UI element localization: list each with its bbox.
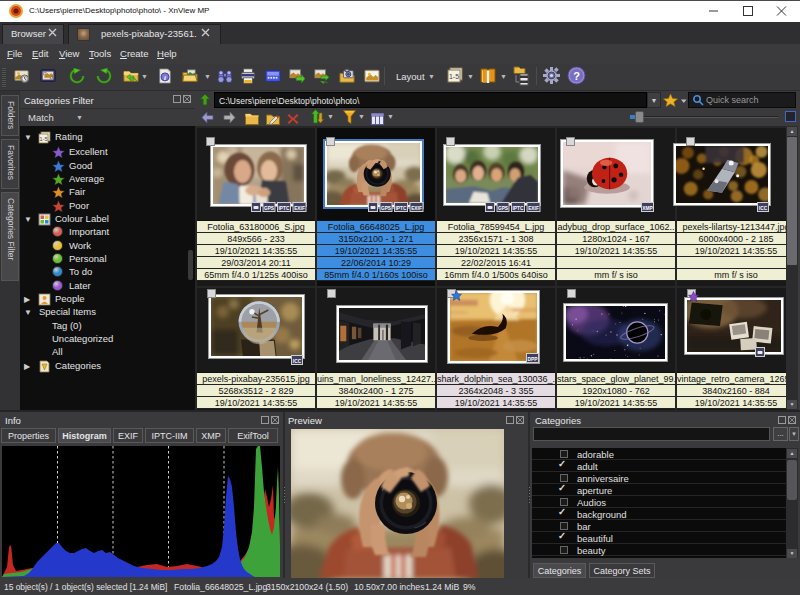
svg-text:IPTC: IPTC <box>512 206 523 211</box>
svg-text:i: i <box>164 74 166 82</box>
svg-text:?: ? <box>573 70 580 82</box>
svg-text:IPTC: IPTC <box>395 206 406 211</box>
svg-text:GPS: GPS <box>497 206 508 211</box>
svg-text:ICC: ICC <box>293 359 302 364</box>
svg-text:XMP: XMP <box>642 206 653 211</box>
svg-text:GPS: GPS <box>263 206 274 211</box>
svg-text:1-5: 1-5 <box>449 73 459 80</box>
svg-text:EXIF: EXIF <box>528 206 539 211</box>
svg-text:DPP: DPP <box>528 357 539 362</box>
svg-text:EXIF: EXIF <box>294 206 305 211</box>
svg-text:IPTC: IPTC <box>278 206 289 211</box>
svg-text:EXIF: EXIF <box>411 206 422 211</box>
svg-text:GPS: GPS <box>380 206 391 211</box>
svg-text:ICC: ICC <box>759 206 768 211</box>
svg-text:1-5: 1-5 <box>40 136 48 142</box>
